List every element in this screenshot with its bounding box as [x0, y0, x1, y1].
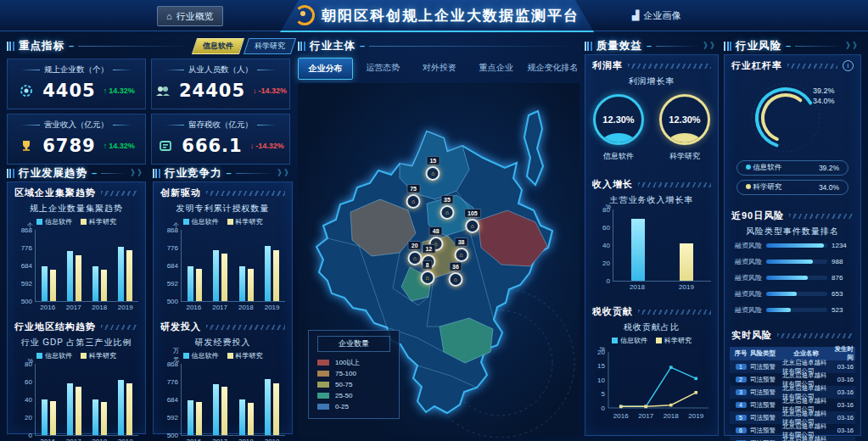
stat-card[interactable]: 留存税收（亿元）666.1↓-14.32% — [151, 114, 290, 165]
table-row[interactable]: 7司法预警北京启迪卓越科技有限公司03-16 — [730, 437, 855, 441]
axis-tick-label: 2018 — [92, 438, 107, 441]
dev-trend-more-button[interactable]: 》》 — [131, 167, 146, 179]
competitiveness-more-button[interactable]: 》》 — [277, 167, 293, 179]
legend-item: 信息软件 — [36, 351, 72, 360]
bar — [221, 254, 227, 301]
hatch-decoration — [628, 64, 711, 69]
hatch-decoration — [789, 214, 854, 219]
map-marker[interactable]: 15⌂ — [426, 156, 440, 181]
axis-tick-label: 2017 — [212, 438, 227, 441]
hbar-value: 523 — [832, 306, 854, 314]
leverage-gauge: 39.2% 34.0% — [725, 74, 860, 155]
section-bars-icon — [724, 42, 731, 51]
stat-card-value: 666.1 — [182, 136, 242, 156]
quality-more-button[interactable]: 》》 — [703, 40, 719, 52]
axis-tick-label: 0 — [607, 277, 613, 285]
map-marker[interactable]: 38⌂ — [454, 237, 468, 262]
section-bars-icon — [7, 169, 14, 178]
trophy-icon — [18, 137, 35, 154]
tab-change-ranking[interactable]: 规企变化排名 — [526, 58, 580, 80]
chart-title: 行业 GDP 占第三产业比例 — [8, 337, 145, 349]
hbar-row[interactable]: 融资风险523 — [725, 302, 860, 318]
hbar-row[interactable]: 融资风险1234 — [725, 237, 860, 254]
tag-info-software[interactable]: 信息软件 — [192, 38, 244, 54]
stat-card-delta: ↑14.32% — [104, 142, 135, 150]
legend-item: 科学研究 — [81, 217, 116, 226]
svg-text:20: 20 — [597, 349, 605, 356]
bar — [273, 250, 279, 301]
down-arrow-icon: ↓ — [253, 87, 257, 95]
info-icon[interactable]: i — [843, 60, 854, 71]
axis-category-labels: 2016201720182019 — [181, 438, 285, 441]
map-marker[interactable]: 35⌂ — [440, 195, 454, 220]
competitiveness-title: 行业竞争力 — [165, 166, 222, 181]
hbar-label: 融资风险 — [731, 289, 762, 299]
map-marker-count: 15 — [426, 156, 440, 165]
axis-tick-label: 776 — [21, 244, 36, 252]
map-marker-count: 35 — [440, 195, 454, 204]
people-icon — [154, 82, 171, 99]
risk-panel: 行业杠杆率 i 39.2% 34.0% 信息软件39.2% 科学研究34.0% … — [724, 54, 861, 436]
leverage-legend-item[interactable]: 信息软件39.2% — [736, 160, 848, 176]
leverage-legend-item[interactable]: 科学研究34.0% — [736, 180, 848, 195]
map-marker[interactable]: 36⌂ — [448, 262, 462, 287]
leverage-annotation-cyan: 39.2% — [813, 86, 835, 96]
risk-more-button[interactable]: 》》 — [846, 40, 861, 52]
hbar-row[interactable]: 融资风险988 — [725, 254, 860, 270]
bar — [188, 266, 193, 301]
axis-tick-label: 868 — [167, 226, 182, 234]
axis-tick-label: 40 — [602, 242, 613, 249]
profit-title: 利润率 — [592, 59, 623, 72]
stat-card-title: 规上企业数（个） — [8, 64, 145, 75]
map-marker-count: 105 — [464, 209, 481, 218]
district-map[interactable]: 15⌂75⌂35⌂105⌂48⌂38⌂20⌂12⌂8⌂36⌂ 企业数量 100以… — [298, 83, 580, 438]
up-arrow-icon: ↑ — [104, 87, 108, 95]
gauge-label: 信息软件 — [603, 151, 634, 162]
axis-tick-label: 592 — [167, 414, 182, 421]
map-marker[interactable]: 8⌂ — [420, 260, 434, 285]
stat-card-value: 24405 — [179, 81, 245, 101]
hbar-row[interactable]: 融资风险876 — [725, 270, 860, 286]
profit-gauge[interactable]: 12.30%科学研究 — [659, 94, 710, 162]
tab-outbound-investment[interactable]: 对外投资 — [413, 58, 467, 80]
map-marker[interactable]: 105⌂ — [464, 209, 481, 233]
axis-tick-label: 2017 — [66, 304, 81, 311]
map-marker[interactable]: 75⌂ — [406, 184, 421, 209]
stat-card[interactable]: 营业收入（亿元）6789↑14.32% — [7, 114, 146, 165]
axis-tick-label: 776 — [167, 378, 182, 386]
gauge-value: 12.30% — [602, 114, 634, 125]
realtime-subheader: 实时风险 — [725, 325, 860, 343]
legend-item: 科学研究 — [227, 217, 263, 226]
axis-tick-label: 80 — [602, 206, 613, 214]
rnd-title: 研发投入 — [160, 321, 201, 333]
svg-text:15: 15 — [597, 362, 605, 370]
hbar-row[interactable]: 融资风险653 — [725, 286, 860, 302]
stat-card-title: 从业人员数（人） — [152, 64, 289, 75]
home-icon: ⌂ — [166, 11, 172, 21]
nav-enterprise-portrait[interactable]: ▟ 企业画像 — [624, 6, 689, 25]
bar — [50, 401, 56, 435]
tag-science-research[interactable]: 科学研究 — [244, 38, 296, 54]
axis-tick-label: 2018 — [238, 438, 254, 441]
industry-body-title: 行业主体 — [310, 39, 356, 53]
nav-industry-overview[interactable]: ⌂ 行业概览 — [157, 6, 223, 26]
profit-gauge[interactable]: 12.30%信息软件 — [593, 94, 644, 162]
bar — [92, 266, 98, 301]
key-indicators-section: 重点指标 – 信息软件 科学研究 规上企业数（个）4405↑14.32%从业人员… — [7, 37, 294, 165]
wallet-icon — [157, 137, 174, 154]
bar — [680, 243, 693, 281]
tab-key-enterprises[interactable]: 重点企业 — [469, 58, 523, 80]
legend-item: 信息软件 — [183, 351, 219, 360]
axis-category-labels: 2016201720182019 — [35, 438, 138, 441]
stat-card[interactable]: 从业人员数（人）24405↓-14.32% — [151, 59, 290, 109]
axis-tick-label: 2019 — [679, 283, 694, 291]
stat-card[interactable]: 规上企业数（个）4405↑14.32% — [7, 59, 146, 109]
hatch-decoration — [101, 325, 138, 330]
gauge-circle: 12.30% — [659, 94, 710, 145]
bar — [196, 269, 202, 301]
axis-category-labels: 2016201720182019 — [181, 304, 285, 311]
dev-trend-header: 行业发展趋势 – 》》 — [7, 165, 146, 181]
tab-operation-status[interactable]: 运营态势 — [356, 58, 410, 80]
hbar-label: 融资风险 — [731, 273, 762, 282]
tab-enterprise-distribution[interactable]: 企业分布 — [298, 58, 353, 80]
